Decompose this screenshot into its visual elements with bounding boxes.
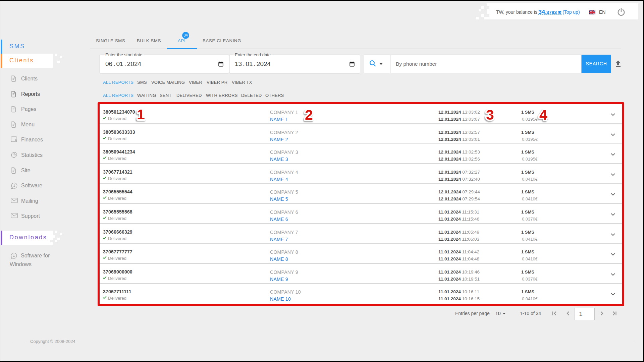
svg-text:3: 3 bbox=[486, 107, 494, 123]
svg-text:2: 2 bbox=[305, 107, 313, 123]
svg-text:4: 4 bbox=[539, 107, 547, 123]
svg-text:1: 1 bbox=[137, 106, 145, 122]
